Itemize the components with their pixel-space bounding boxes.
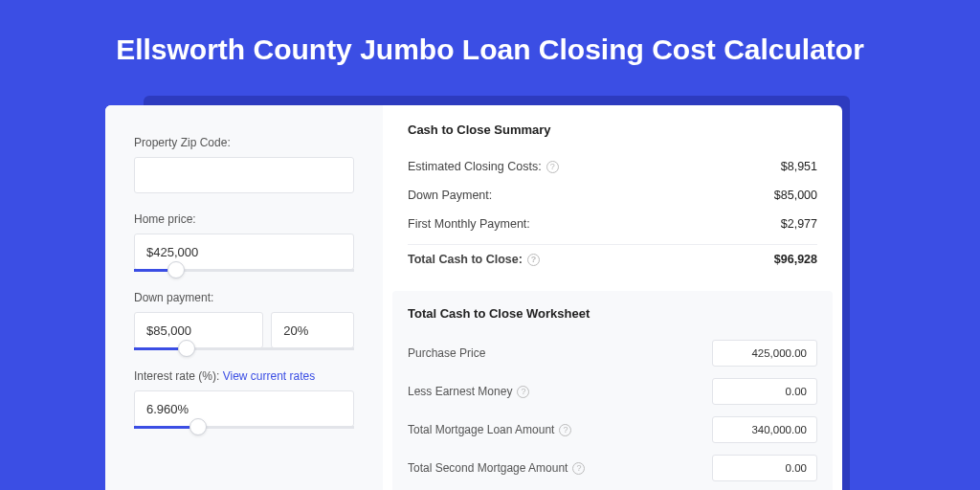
summary-label-text: Estimated Closing Costs: [408, 160, 542, 173]
interest-rate-label: Interest rate (%): View current rates [134, 369, 354, 383]
slider-thumb[interactable] [178, 340, 195, 357]
down-payment-label: Down payment: [134, 291, 354, 304]
down-payment-field-group: Down payment: [134, 291, 354, 350]
down-payment-pct-input[interactable] [271, 312, 354, 348]
page-title: Ellsworth County Jumbo Loan Closing Cost… [0, 0, 980, 89]
summary-label: Estimated Closing Costs: ? [408, 160, 559, 173]
summary-label: First Monthly Payment: [408, 217, 530, 231]
summary-label-text: Down Payment: [408, 189, 492, 202]
help-icon[interactable]: ? [517, 386, 529, 398]
help-icon[interactable]: ? [572, 462, 585, 475]
results-panel: Cash to Close Summary Estimated Closing … [383, 105, 842, 490]
summary-row-closing-costs: Estimated Closing Costs: ? $8,951 [408, 152, 817, 181]
slider-fill [134, 269, 167, 272]
home-price-input[interactable] [134, 234, 354, 270]
slider-fill [134, 347, 178, 350]
worksheet-title: Total Cash to Close Worksheet [408, 306, 817, 321]
worksheet-input-mortgage[interactable] [712, 416, 817, 443]
worksheet-input-second-mortgage[interactable] [712, 455, 817, 481]
summary-label: Total Cash to Close: ? [408, 253, 540, 266]
worksheet-section: Total Cash to Close Worksheet Purchase P… [392, 291, 833, 490]
down-payment-input[interactable] [134, 312, 263, 348]
worksheet-row-earnest: Less Earnest Money ? [408, 372, 817, 411]
worksheet-label-text: Purchase Price [408, 346, 485, 360]
summary-label: Down Payment: [408, 189, 492, 202]
home-price-slider[interactable] [134, 269, 354, 272]
worksheet-row-mortgage: Total Mortgage Loan Amount ? [408, 411, 817, 449]
worksheet-label-text: Total Mortgage Loan Amount [408, 423, 554, 436]
worksheet-label-text: Less Earnest Money [408, 385, 512, 398]
help-icon[interactable]: ? [527, 254, 540, 266]
worksheet-row-purchase: Purchase Price [408, 334, 817, 372]
summary-value: $2,977 [781, 217, 817, 231]
summary-title: Cash to Close Summary [408, 122, 817, 137]
summary-value: $85,000 [774, 189, 817, 202]
home-price-label: Home price: [134, 212, 354, 226]
worksheet-label-text: Total Second Mortgage Amount [408, 461, 568, 475]
interest-rate-input[interactable] [134, 390, 354, 427]
help-icon[interactable]: ? [546, 161, 559, 173]
summary-row-down-payment: Down Payment: $85,000 [408, 181, 817, 210]
inputs-panel: Property Zip Code: Home price: Down paym… [105, 105, 383, 490]
interest-rate-label-text: Interest rate (%): [134, 369, 223, 383]
help-icon[interactable]: ? [559, 424, 571, 436]
down-payment-slider[interactable] [134, 347, 354, 350]
calculator-card: Property Zip Code: Home price: Down paym… [105, 105, 842, 490]
worksheet-row-second-mortgage: Total Second Mortgage Amount ? [408, 449, 817, 487]
zip-label: Property Zip Code: [134, 136, 354, 149]
interest-rate-field-group: Interest rate (%): View current rates [134, 369, 354, 429]
summary-label-text: First Monthly Payment: [408, 217, 530, 231]
summary-value: $96,928 [774, 253, 817, 266]
worksheet-input-earnest[interactable] [712, 378, 817, 405]
view-rates-link[interactable]: View current rates [223, 369, 316, 383]
worksheet-label: Less Earnest Money ? [408, 385, 529, 398]
slider-fill [134, 426, 189, 429]
home-price-field-group: Home price: [134, 212, 354, 272]
down-payment-inputs [134, 312, 354, 348]
slider-thumb[interactable] [189, 418, 207, 435]
worksheet-label: Total Mortgage Loan Amount ? [408, 423, 571, 436]
worksheet-input-purchase[interactable] [712, 340, 817, 367]
summary-value: $8,951 [781, 160, 817, 173]
worksheet-label: Total Second Mortgage Amount ? [408, 461, 585, 475]
summary-row-total: Total Cash to Close: ? $96,928 [408, 245, 817, 274]
slider-thumb[interactable] [167, 261, 185, 278]
zip-field-group: Property Zip Code: [134, 136, 354, 193]
summary-row-first-payment: First Monthly Payment: $2,977 [408, 210, 817, 238]
zip-input[interactable] [134, 157, 354, 193]
worksheet-label: Purchase Price [408, 346, 485, 360]
summary-label-text: Total Cash to Close: [408, 253, 523, 266]
interest-rate-slider[interactable] [134, 426, 354, 429]
